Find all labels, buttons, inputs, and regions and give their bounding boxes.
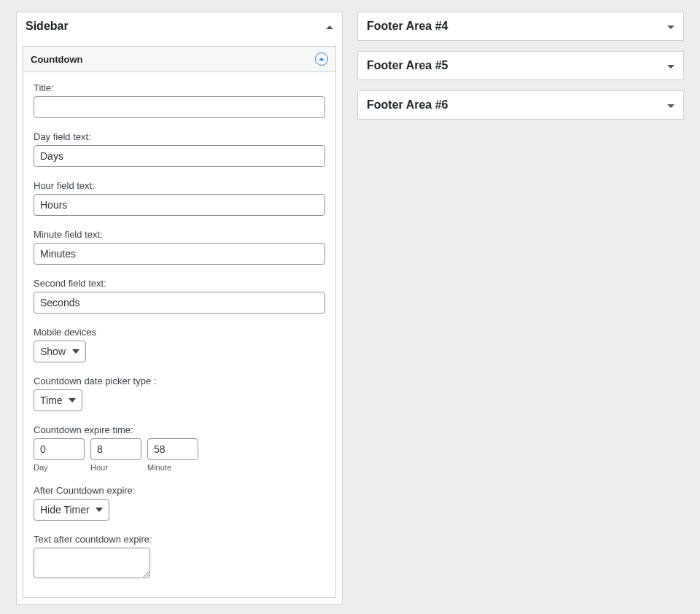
footer-area-5-header[interactable]: Footer Area #5: [358, 52, 683, 79]
second-field-input[interactable]: [34, 292, 325, 314]
sidebar-area-header[interactable]: Sidebar: [17, 12, 342, 40]
expire-minute-sublabel: Minute: [147, 463, 198, 472]
expand-down-icon: [667, 26, 674, 29]
mobile-devices-select[interactable]: Show: [34, 341, 86, 362]
hour-field-input[interactable]: [34, 194, 325, 216]
expire-minute-input[interactable]: [147, 438, 198, 460]
title-input[interactable]: [34, 96, 325, 118]
after-expire-select[interactable]: Hide Timer: [34, 499, 109, 521]
day-field-label: Day field text:: [34, 131, 325, 142]
sidebar-area-body: Countdown Title: Day field text:: [17, 40, 342, 604]
minute-field-label: Minute field text:: [34, 229, 325, 240]
expire-day-input[interactable]: [34, 438, 85, 460]
sidebar-area-title: Sidebar: [26, 20, 69, 33]
expand-down-icon: [667, 104, 674, 108]
footer-area-4-header[interactable]: Footer Area #4: [358, 12, 683, 40]
footer-area-5-title: Footer Area #5: [367, 59, 448, 72]
collapse-up-circle-icon: [315, 53, 328, 66]
expire-hour-sublabel: Hour: [90, 463, 141, 472]
countdown-widget-body: Title: Day field text: Hour field text:: [23, 72, 335, 597]
countdown-widget-title: Countdown: [31, 54, 82, 65]
countdown-widget: Countdown Title: Day field text:: [23, 46, 336, 598]
second-field-label: Second field text:: [34, 278, 325, 289]
countdown-widget-header[interactable]: Countdown: [23, 47, 335, 72]
footer-area-4-title: Footer Area #4: [367, 20, 448, 33]
text-after-textarea[interactable]: [34, 548, 150, 578]
after-expire-label: After Countdown expire:: [34, 485, 325, 496]
footer-area-4-panel: Footer Area #4: [357, 12, 684, 41]
sidebar-area-panel: Sidebar Countdown Title:: [16, 12, 343, 605]
hour-field-label: Hour field text:: [34, 180, 325, 191]
mobile-devices-label: Mobile devices: [34, 327, 325, 338]
picker-type-label: Countdown date picker type :: [34, 376, 325, 386]
minute-field-input[interactable]: [34, 243, 325, 265]
collapse-up-icon: [326, 26, 333, 29]
day-field-input[interactable]: [34, 145, 325, 167]
footer-area-6-header[interactable]: Footer Area #6: [358, 91, 683, 119]
expire-time-label: Countdown expire time:: [34, 424, 325, 435]
expire-hour-input[interactable]: [90, 438, 141, 460]
footer-area-6-panel: Footer Area #6: [357, 90, 684, 120]
expand-down-icon: [667, 65, 674, 69]
text-after-label: Text after countdown expire:: [34, 534, 325, 545]
footer-area-6-title: Footer Area #6: [367, 98, 448, 112]
title-label: Title:: [34, 82, 325, 93]
footer-area-5-panel: Footer Area #5: [357, 51, 684, 80]
expire-day-sublabel: Day: [34, 463, 85, 472]
picker-type-select[interactable]: Time: [34, 389, 82, 411]
